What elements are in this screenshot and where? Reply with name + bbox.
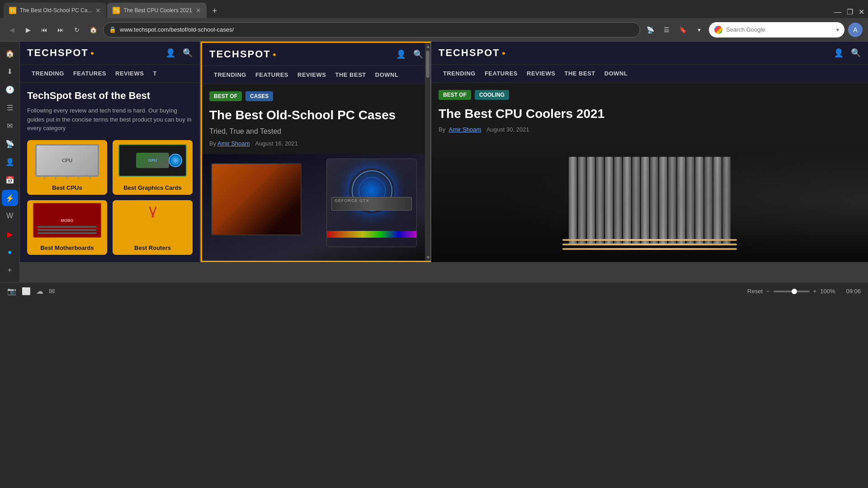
sidebar-icon-wikipedia[interactable]: W [2,208,18,224]
sidebar-icon-add[interactable]: + [2,262,18,278]
right-pane: TECHSPOT ● 👤 🔍 TRENDING FEATURES REVIEWS… [431,42,868,262]
right-nav-down[interactable]: DOWNL [600,65,632,82]
middle-header-icons: 👤 🔍 [396,49,423,59]
left-user-icon[interactable]: 👤 [165,48,175,58]
middle-nav-best[interactable]: THE BEST [330,66,370,84]
routers-label: Best Routers [113,241,193,255]
end-skip-button[interactable]: ⏭ [54,23,67,36]
right-pane-logo: TECHSPOT ● [439,47,505,59]
right-nav-features[interactable]: FEATURES [480,65,522,82]
menu-icon[interactable]: ☰ [660,23,673,36]
right-nav-trending[interactable]: TRENDING [439,65,480,82]
left-nav-features[interactable]: FEATURES [69,65,111,82]
gpus-image: GPU [113,140,193,181]
bottom-mail-icon[interactable]: ✉ [49,287,55,296]
sidebar-icon-youtube[interactable]: ▶ [2,226,18,242]
tab-2-close[interactable]: ✕ [196,7,201,14]
routers-image [113,200,193,241]
scroll-thumb[interactable] [426,51,429,78]
left-nav-reviews[interactable]: REVIEWS [111,65,148,82]
home-skip-button[interactable]: ⏮ [38,23,51,36]
sidebar-icon-pocket[interactable]: ⚡ [2,190,18,206]
bottom-screenshot-icon[interactable]: 📷 [7,287,16,296]
right-pane-nav: TRENDING FEATURES REVIEWS THE BEST DOWNL [431,65,868,83]
sidebar-icon-mail[interactable]: ✉ [2,117,18,134]
middle-nav-features[interactable]: FEATURES [251,66,293,84]
right-nav-best[interactable]: THE BEST [560,65,599,82]
middle-author[interactable]: Amir Shoam [217,140,250,147]
home-button[interactable]: 🏠 [87,23,99,36]
right-search-icon[interactable]: 🔍 [851,48,861,58]
zoom-slider[interactable] [774,291,810,292]
right-logo-text: TECHSPOT [439,47,500,59]
back-button[interactable]: ◀ [5,23,18,36]
grid-item-motherboards[interactable]: MOBO Best Motherboards [27,200,107,255]
sidebar-icon-downloads[interactable]: ⬇ [2,63,18,80]
middle-pane-header: TECHSPOT ● 👤 🔍 [202,43,430,66]
right-author[interactable]: Amir Shoam [449,126,481,133]
tab-2-title: The Best CPU Coolers 2021 [123,7,192,14]
middle-nav-trending[interactable]: TRENDING [209,66,251,84]
right-article-image [431,140,868,262]
sidebar-icon-bookmarks[interactable]: ☰ [2,99,18,116]
bottom-cloud-icon[interactable]: ☁ [36,287,43,296]
right-pane-header: TECHSPOT ● 👤 🔍 [431,42,868,65]
sidebar-icon-rss[interactable]: 📡 [2,136,18,152]
grid-item-gpus[interactable]: GPU Best Graphics Cards [113,140,193,195]
middle-pane-logo: TECHSPOT ● [209,48,276,60]
three-pane: TECHSPOT ● 👤 🔍 TRENDING FEATURES REVIEWS… [20,42,868,262]
tab-1-close[interactable]: ✕ [95,7,101,14]
grid-item-routers[interactable]: Best Routers [113,200,193,255]
left-nav-trending[interactable]: TRENDING [27,65,69,82]
middle-badge-bestof[interactable]: BEST OF [209,91,242,101]
tab-1[interactable]: TS The Best Old-School PC Ca... ✕ [4,3,106,18]
minimize-button[interactable]: — [834,8,841,16]
middle-nav-down[interactable]: DOWNL [371,66,403,84]
maximize-button[interactable]: ❐ [847,8,853,16]
grid-item-cpus[interactable]: CPU [27,140,107,195]
search-dropdown-icon[interactable]: ▾ [836,27,839,33]
right-nav-reviews[interactable]: REVIEWS [522,65,560,82]
reset-label[interactable]: Reset [747,288,763,295]
middle-search-icon[interactable]: 🔍 [413,49,423,59]
right-badge-cooling[interactable]: COOLING [475,90,509,100]
right-badge-bestof[interactable]: BEST OF [439,90,471,100]
rss-icon[interactable]: 📡 [644,23,656,36]
left-pane-description: Following every review and tech trend is… [27,106,193,133]
left-nav-t[interactable]: T [148,65,161,82]
zoom-minus[interactable]: − [766,288,770,295]
sidebar-icon-history[interactable]: 🕐 [2,81,18,98]
left-search-icon[interactable]: 🔍 [183,48,193,58]
sidebar-icon-active[interactable]: ● [2,244,18,260]
bookmark-dropdown[interactable]: ▾ [693,23,705,36]
search-bar[interactable]: ▾ [709,22,844,38]
browser-window: TS The Best Old-School PC Ca... ✕ TS The… [0,0,868,300]
sidebar-icon-calendar[interactable]: 📅 [2,172,18,188]
left-logo-dot: ● [90,49,94,56]
middle-article-header: BEST OF CASES The Best Old-School PC Cas… [202,84,430,154]
bottom-split-icon[interactable]: ⬜ [22,287,31,296]
right-article-meta: By Amir Shoam August 30, 2021 [439,126,861,133]
right-by: By [439,126,445,133]
sidebar-icon-home[interactable]: 🏠 [2,45,18,61]
right-article-title: The Best CPU Coolers 2021 [439,106,861,122]
profile-button[interactable]: A [848,23,863,37]
tab-1-favicon: TS [9,7,16,14]
bookmark-icon[interactable]: 🔖 [676,23,689,36]
middle-user-icon[interactable]: 👤 [396,49,406,59]
middle-nav-reviews[interactable]: REVIEWS [293,66,330,84]
new-tab-button[interactable]: + [208,4,222,18]
right-user-icon[interactable]: 👤 [834,48,844,58]
search-input[interactable] [726,26,833,33]
middle-pane-nav: TRENDING FEATURES REVIEWS THE BEST DOWNL [202,66,430,84]
tab-2[interactable]: TS The Best CPU Coolers 2021 ✕ [107,3,206,18]
zoom-plus[interactable]: + [813,288,817,295]
middle-badge-cases[interactable]: CASES [245,91,273,101]
middle-scrollbar[interactable]: ▲ ▼ [425,43,430,261]
refresh-button[interactable]: ↻ [71,23,83,36]
forward-button[interactable]: ▶ [22,23,34,36]
sidebar-icon-profile[interactable]: 👤 [2,154,18,170]
time-display: 09:06 [846,288,861,295]
close-button[interactable]: ✕ [859,8,864,16]
address-bar[interactable]: 🔒 www.techspot.com/bestof/old-school-cas… [103,22,640,38]
